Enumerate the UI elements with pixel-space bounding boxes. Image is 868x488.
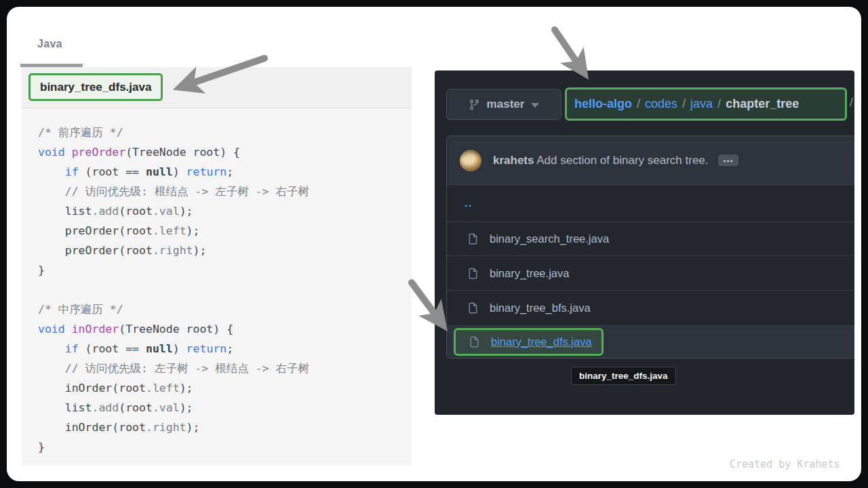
code-line: /* 中序遍历 */ (38, 300, 412, 319)
branch-selector-button[interactable]: master (446, 89, 561, 120)
parent-dir-row[interactable]: .. (447, 184, 854, 222)
commit-author-link[interactable]: krahets (493, 154, 534, 167)
breadcrumb-codes[interactable]: codes (645, 97, 677, 111)
code-line: } (38, 260, 412, 280)
breadcrumb-separator: / (717, 97, 721, 111)
github-panel: master hello-algo/codes/java/chapter_tre… (435, 70, 854, 415)
file-icon (469, 336, 480, 348)
file-browser-card: krahets Add section of binary search tre… (446, 136, 854, 359)
file-icon (467, 268, 479, 279)
branch-name: master (487, 98, 525, 111)
file-name[interactable]: binary_tree.java (490, 267, 569, 280)
file-name[interactable]: binary_search_tree.java (490, 232, 609, 245)
file-row[interactable]: binary_tree.java (447, 256, 854, 290)
file-row[interactable]: binary_tree_bfs.java (447, 290, 854, 325)
file-highlight-box: binary_tree_dfs.java (454, 328, 604, 356)
tab-java[interactable]: Java (37, 38, 62, 50)
file-list: ..binary_search_tree.javabinary_tree.jav… (447, 184, 854, 358)
commit-ellipsis-button[interactable]: … (718, 155, 738, 166)
breadcrumb-java[interactable]: java (690, 97, 713, 111)
filename-highlight-box: binary_tree_dfs.java (28, 73, 163, 101)
code-line: void inOrder(TreeNode root) { (38, 319, 412, 339)
code-line (38, 280, 412, 300)
code-line: preOrder(root.left); (38, 221, 412, 241)
breadcrumb-hello-algo[interactable]: hello-algo (574, 97, 632, 111)
file-row[interactable]: binary_tree_dfs.java (447, 325, 854, 358)
breadcrumb-highlight-box: hello-algo/codes/java/chapter_tree (565, 87, 847, 121)
breadcrumb-separator: / (637, 97, 640, 111)
file-icon (467, 233, 479, 245)
code-line: if (root == null) return; (38, 162, 412, 182)
file-name[interactable]: binary_tree_bfs.java (490, 302, 591, 314)
page-card: Java binary_tree_dfs.java /* 前序遍历 */void… (7, 7, 861, 481)
code-line: inOrder(root.left); (38, 378, 412, 398)
breadcrumb-chapter_tree: chapter_tree (726, 97, 799, 111)
code-line: if (root == null) return; (38, 339, 412, 359)
commit-row: krahets Add section of binary search tre… (447, 136, 854, 184)
file-tooltip: binary_tree_dfs.java (571, 367, 676, 385)
code-line: list.add(root.val); (38, 398, 412, 418)
code-panel: binary_tree_dfs.java /* 前序遍历 */void preO… (22, 67, 412, 466)
git-branch-icon (469, 99, 480, 110)
code-header: binary_tree_dfs.java (22, 67, 412, 108)
commit-text: krahets Add section of binary search tre… (493, 154, 709, 167)
code-line: /* 前序遍历 */ (38, 123, 412, 142)
avatar[interactable] (460, 150, 481, 171)
code-block: /* 前序遍历 */void preOrder(TreeNode root) {… (22, 108, 412, 457)
chevron-down-icon (531, 103, 539, 108)
figure: Java binary_tree_dfs.java /* 前序遍历 */void… (0, 0, 868, 488)
code-line: // 访问优先级: 左子树 -> 根结点 -> 右子树 (38, 359, 412, 378)
file-row[interactable]: binary_search_tree.java (447, 222, 854, 256)
code-line: list.add(root.val); (38, 201, 412, 221)
commit-message-link[interactable]: Add section of binary search tree. (536, 154, 708, 167)
breadcrumb: hello-algo/codes/java/chapter_tree (574, 97, 799, 111)
file-link[interactable]: binary_tree_dfs.java (491, 336, 592, 348)
code-line: void preOrder(TreeNode root) { (38, 142, 412, 162)
file-icon (467, 302, 479, 314)
credit-text: Created by Krahets (730, 458, 840, 470)
breadcrumb-trailing-slash: / (850, 96, 853, 110)
code-line: } (38, 437, 412, 457)
parent-dir-link[interactable]: .. (465, 197, 472, 210)
code-line: inOrder(root.right); (38, 418, 412, 437)
code-filename: binary_tree_dfs.java (40, 81, 151, 94)
code-line: preOrder(root.right); (38, 241, 412, 260)
code-line: // 访问优先级: 根结点 -> 左子树 -> 右子树 (38, 182, 412, 201)
breadcrumb-separator: / (682, 97, 686, 111)
